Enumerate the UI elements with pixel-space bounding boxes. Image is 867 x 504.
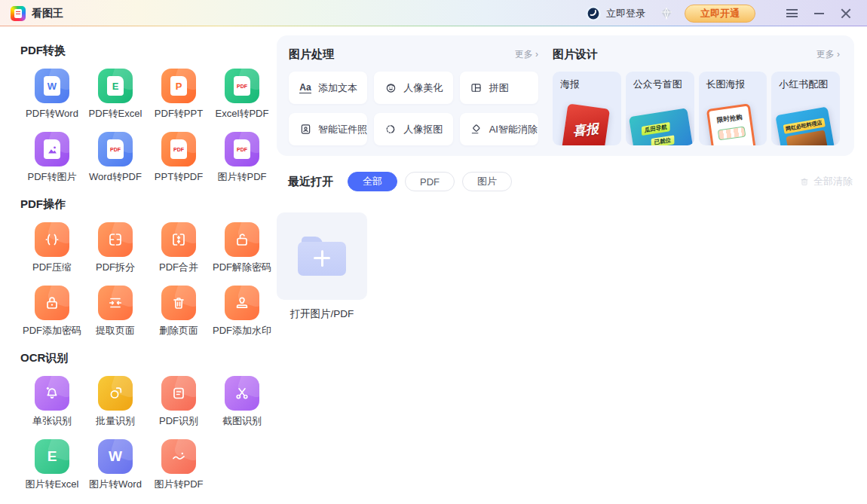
close-button[interactable] [835,4,856,23]
image-design-section: 图片设计 更多 › 海报 喜报 公众号首图 瓜田导航 已就位 长图海报 [553,47,840,145]
sidebar-item-pdf-to-word[interactable]: W PDF转Word [20,69,84,120]
trash-icon [161,286,196,320]
sidebar-item-image-to-pdf-ocr[interactable]: 图片转PDF [147,439,210,490]
image-processing-section: 图片处理 更多 › Aa 添加文本 人像美化 拼图 智能证件照 [289,47,538,145]
sidebar-item-pdf-compress[interactable]: PDF压缩 [20,222,84,273]
recent-tabs: 全部 PDF 图片 [340,172,512,191]
design-card-long-poster[interactable]: 长图海报 限时抢购 [699,72,767,145]
sidebar-item-extract-pages[interactable]: 提取页面 [84,286,147,337]
clear-all-button[interactable]: 全部清除 [799,175,853,188]
lock-icon [35,286,69,320]
collage-button[interactable]: 拼图 [460,72,538,104]
sidebar-item-excel-to-pdf[interactable]: PDF Excel转PDF [210,69,274,120]
sidebar: PDF转换 W PDF转Word E PDF转Excel P PDF转PPT P… [0,26,271,504]
sidebar-item-pdf-merge[interactable]: PDF合并 [147,222,210,273]
bell-icon [35,376,69,411]
tools-panel: 图片处理 更多 › Aa 添加文本 人像美化 拼图 智能证件照 [277,35,854,156]
id-photo-button[interactable]: 智能证件照 [289,113,367,145]
menu-button[interactable] [781,4,802,23]
compress-icon [35,222,69,257]
pdf-doc-icon: PDF [225,132,259,166]
upgrade-button[interactable]: 立即开通 [685,5,755,23]
sidebar-item-batch-ocr[interactable]: 批量识别 [84,376,147,427]
tab-all[interactable]: 全部 [348,172,397,191]
portrait-cutout-icon [383,122,398,136]
word-doc-icon: W [35,69,69,103]
excel-doc-icon: E [98,69,133,103]
letter-e-icon: E [35,439,69,474]
portrait-cutout-button[interactable]: 人像抠图 [374,113,452,145]
image-doc-icon [35,132,69,166]
ppt-doc-icon: P [161,69,196,103]
pdf-convert-grid: W PDF转Word E PDF转Excel P PDF转PPT PDF Exc… [20,69,271,183]
user-avatar-icon [585,5,602,22]
design-card-poster[interactable]: 海报 喜报 [553,72,621,145]
app-title: 看图王 [32,7,63,20]
minimize-icon [814,13,824,14]
pdf-doc-icon: PDF [98,132,133,166]
wave-icon [161,439,196,474]
collage-icon [469,81,484,95]
extract-pages-icon [98,286,133,320]
add-text-icon: Aa [298,83,313,93]
sidebar-item-pdf-add-password[interactable]: PDF添加密码 [20,286,84,337]
sidebar-item-pdf-ocr[interactable]: PDF识别 [147,376,210,427]
doc-lines-icon [161,376,196,411]
close-icon [841,8,851,19]
pdf-doc-icon: PDF [161,132,196,166]
sidebar-item-single-ocr[interactable]: 单张识别 [20,376,84,427]
sidebar-item-image-to-word[interactable]: W 图片转Word [84,439,147,490]
sidebar-item-word-to-pdf[interactable]: PDF Word转PDF [84,132,147,183]
image-design-title: 图片设计 [553,47,598,62]
recent-row: 最近打开 全部 PDF 图片 全部清除 [288,171,853,192]
stamp-icon [225,286,259,320]
tab-pdf[interactable]: PDF [405,172,455,191]
section-title-ocr: OCR识别 [20,350,271,365]
folder-plus-icon [298,237,346,276]
section-title-pdf-convert: PDF转换 [20,43,271,58]
tab-image[interactable]: 图片 [462,172,512,191]
sidebar-item-delete-pages[interactable]: 删除页面 [147,286,210,337]
sidebar-item-pdf-remove-password[interactable]: PDF解除密码 [210,222,274,273]
ai-erase-button[interactable]: AI智能消除 [460,113,538,145]
login-label: 立即登录 [606,7,645,20]
sidebar-item-ppt-to-pdf[interactable]: PDF PPT转PDF [147,132,210,183]
sidebar-item-image-to-excel[interactable]: E 图片转Excel [20,439,84,490]
image-processing-more-link[interactable]: 更多 › [515,48,538,61]
sidebar-item-pdf-split[interactable]: PDF拆分 [84,222,147,273]
login-button[interactable]: 立即登录 [585,5,645,22]
trash-icon [799,176,810,187]
minimize-button[interactable] [808,4,829,23]
clear-all-label: 全部清除 [813,175,853,188]
image-design-more-link[interactable]: 更多 › [816,48,840,61]
design-card-wechat-cover[interactable]: 公众号首图 瓜田导航 已就位 [626,72,694,145]
sidebar-item-screenshot-ocr[interactable]: 截图识别 [210,376,274,427]
sidebar-item-pdf-to-excel[interactable]: E PDF转Excel [84,69,147,120]
sidebar-item-pdf-to-ppt[interactable]: P PDF转PPT [147,69,210,120]
vip-diamond-icon[interactable] [659,7,674,20]
sidebar-item-pdf-to-image[interactable]: PDF转图片 [20,132,84,183]
face-beautify-button[interactable]: 人像美化 [374,72,452,104]
sidebar-item-image-to-pdf[interactable]: PDF 图片转PDF [210,132,274,183]
open-file-card[interactable] [277,212,367,300]
xiaohongshu-thumbnail: 网红必吃料理店 [776,106,835,145]
split-icon [98,222,133,257]
ocr-grid: 单张识别 批量识别 PDF识别 截图识别 E [20,376,271,490]
open-file-label: 打开图片/PDF [277,307,367,321]
hamburger-icon [786,9,798,17]
design-card-xiaohongshu[interactable]: 小红书配图 网红必吃料理店 [771,72,840,145]
pdf-operations-grid: PDF压缩 PDF拆分 PDF合并 PDF解除密码 [20,222,271,337]
app-window: 看图王 立即登录 立即开通 PDF转换 W PDF转 [0,0,867,504]
wechat-cover-thumbnail: 瓜田导航 已就位 [629,108,694,145]
scan-icon [98,376,133,411]
section-title-pdf-operations: PDF操作 [20,197,271,212]
id-photo-icon [298,122,313,136]
face-beautify-icon [383,81,398,95]
recent-title: 最近打开 [288,175,333,189]
image-processing-title: 图片处理 [289,47,334,62]
long-poster-thumbnail: 限时抢购 [706,103,755,145]
letter-w-icon: W [98,439,133,474]
eraser-icon [469,122,484,136]
sidebar-item-pdf-add-watermark[interactable]: PDF添加水印 [210,286,274,337]
add-text-button[interactable]: Aa 添加文本 [289,72,367,104]
